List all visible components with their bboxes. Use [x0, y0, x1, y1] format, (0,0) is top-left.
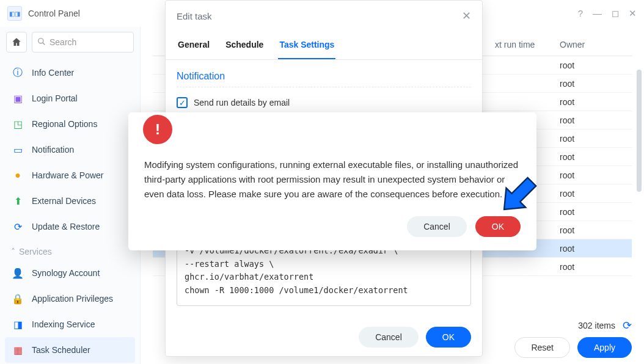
sidebar-item-task-scheduler[interactable]: ▦Task Scheduler — [5, 337, 135, 363]
refresh-button[interactable]: ⟳ — [623, 319, 632, 332]
sidebar-section-services[interactable]: ˄Services — [5, 239, 135, 260]
cell-owner: root — [560, 170, 632, 180]
sidebar-item-label: Application Privileges — [32, 294, 113, 304]
globe-icon: ◳ — [11, 117, 24, 131]
user-icon: 👤 — [11, 266, 24, 280]
sidebar-item-update-restore[interactable]: ⟳Update & Restore — [5, 214, 135, 239]
section-label: Services — [19, 247, 52, 257]
reset-button[interactable]: Reset — [514, 337, 570, 358]
sidebar-item-label: Indexing Service — [32, 319, 95, 329]
bulb-icon: ● — [11, 169, 24, 182]
calendar-icon: ▦ — [11, 343, 24, 357]
cell-owner: root — [560, 207, 632, 217]
sidebar-item-hardware-power[interactable]: ●Hardware & Power — [5, 162, 135, 188]
script-line: ghcr.io/varbhat/exatorrent — [185, 271, 463, 284]
sidebar-item-label: Update & Restore — [32, 222, 100, 231]
cell-owner: root — [560, 97, 632, 107]
sidebar-item-label: Synology Account — [32, 268, 100, 278]
app-icon — [7, 6, 22, 21]
sidebar: Search ⓘInfo Center ▣Login Portal ◳Regio… — [0, 27, 141, 364]
sidebar-item-label: Regional Options — [32, 119, 97, 129]
chevron-up-icon: ˄ — [11, 247, 15, 257]
search-placeholder: Search — [49, 37, 76, 47]
script-line: chown -R 1000:1000 /volume1/docker/exato… — [185, 284, 463, 297]
sidebar-item-synology-account[interactable]: 👤Synology Account — [5, 260, 135, 286]
close-icon[interactable]: ✕ — [629, 8, 637, 19]
search-icon — [37, 37, 46, 48]
callout-arrow-icon — [495, 170, 544, 220]
tab-schedule[interactable]: Schedule — [224, 31, 265, 59]
close-icon[interactable]: ✕ — [462, 9, 471, 23]
minimize-icon[interactable]: — — [593, 8, 602, 19]
sidebar-item-label: Login Portal — [32, 93, 78, 103]
sidebar-item-label: Info Center — [32, 68, 74, 78]
upload-icon: ⬆ — [11, 194, 24, 208]
cell-owner: root — [560, 115, 632, 125]
search-input[interactable]: Search — [32, 32, 134, 53]
tab-task-settings[interactable]: Task Settings — [278, 31, 335, 59]
maximize-icon[interactable]: ◻ — [612, 8, 619, 19]
svg-marker-2 — [495, 172, 541, 219]
send-email-checkbox[interactable]: ✓ — [177, 97, 188, 108]
cell-owner: root — [560, 244, 632, 253]
info-icon: ⓘ — [11, 66, 24, 79]
script-line: --restart always \ — [185, 258, 463, 271]
cell-owner: root — [560, 225, 632, 235]
sidebar-item-regional-options[interactable]: ◳Regional Options — [5, 111, 135, 137]
column-owner[interactable]: Owner — [560, 40, 632, 49]
sidebar-item-indexing-service[interactable]: ◨Indexing Service — [5, 311, 135, 337]
cell-owner: root — [560, 60, 632, 70]
send-email-label: Send run details by email — [194, 98, 290, 107]
lock-icon: 🔒 — [11, 292, 24, 305]
refresh-icon: ⟳ — [11, 220, 24, 233]
sidebar-item-info-center[interactable]: ⓘInfo Center — [5, 60, 135, 86]
warning-modal: ! Modifying system configurations, runni… — [128, 112, 536, 250]
sidebar-item-label: Notification — [32, 145, 74, 155]
sidebar-item-label: External Devices — [32, 196, 96, 206]
help-icon[interactable]: ? — [578, 8, 583, 19]
sidebar-item-label: Hardware & Power — [32, 170, 104, 180]
sidebar-item-application-privileges[interactable]: 🔒Application Privileges — [5, 286, 135, 311]
svg-point-0 — [38, 38, 43, 43]
sidebar-item-login-portal[interactable]: ▣Login Portal — [5, 86, 135, 111]
cell-owner: root — [560, 262, 632, 272]
sidebar-item-notification[interactable]: ▭Notification — [5, 137, 135, 162]
apply-button[interactable]: Apply — [577, 337, 632, 358]
cell-owner: root — [560, 79, 632, 89]
edit-task-ok-button[interactable]: OK — [426, 327, 471, 348]
warning-text: Modifying system configurations, running… — [144, 158, 521, 202]
warning-cancel-button[interactable]: Cancel — [407, 216, 467, 237]
index-icon: ◨ — [11, 318, 24, 331]
chat-icon: ▭ — [11, 143, 24, 156]
sidebar-item-external-devices[interactable]: ⬆External Devices — [5, 188, 135, 214]
notification-heading: Notification — [177, 67, 471, 87]
home-button[interactable] — [6, 32, 27, 53]
modal-title: Edit task — [177, 11, 212, 21]
tab-general[interactable]: General — [177, 31, 211, 59]
item-count: 302 items — [578, 321, 615, 330]
scrollbar[interactable] — [637, 70, 642, 192]
portal-icon: ▣ — [11, 92, 24, 105]
cell-owner: root — [560, 134, 632, 144]
warning-icon: ! — [143, 115, 172, 144]
cell-owner: root — [560, 152, 632, 162]
window-title: Control Panel — [28, 9, 80, 18]
svg-line-1 — [43, 42, 45, 45]
sidebar-item-label: Task Scheduler — [32, 345, 90, 355]
cell-owner: root — [560, 189, 632, 198]
edit-task-cancel-button[interactable]: Cancel — [359, 327, 419, 348]
